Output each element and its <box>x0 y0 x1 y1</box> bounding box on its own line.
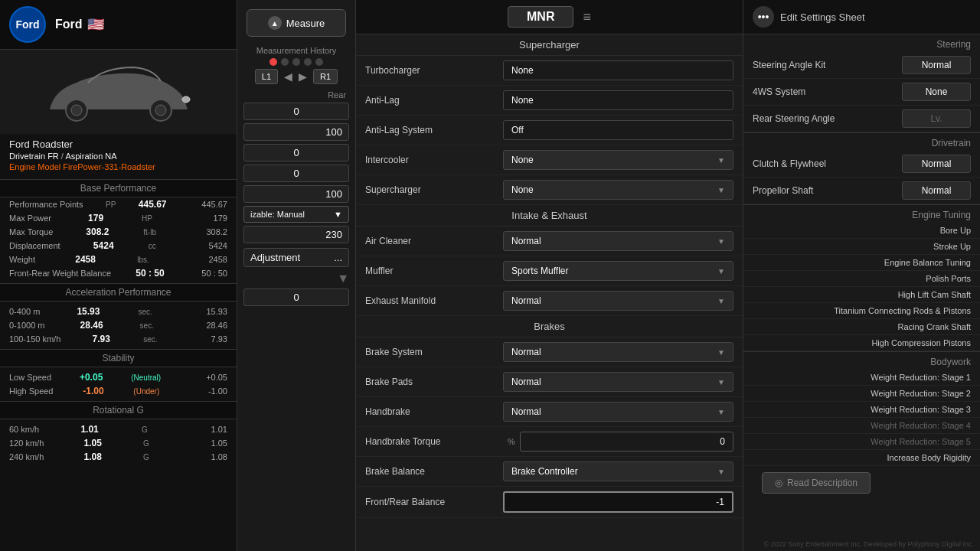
intake-exhaust-section: Intake & Exhaust <box>356 205 743 227</box>
clutch-flywheel-value[interactable]: Normal <box>902 155 971 173</box>
dot-active[interactable] <box>270 58 277 66</box>
dot-4[interactable] <box>315 58 323 66</box>
car-info: Ford Roadster Drivetrain FR / Aspiration… <box>0 134 237 176</box>
rear-steering-label: Rear Steering Angle <box>753 113 835 124</box>
polish-ports-row: Polish Ports <box>743 271 980 287</box>
l1-button[interactable]: L1 <box>255 69 278 84</box>
air-cleaner-row: Air Cleaner Normal ▼ <box>356 227 743 256</box>
polish-ports-label: Polish Ports <box>926 274 971 283</box>
weight-reduction-1-label: Weight Reduction: Stage 1 <box>871 373 971 382</box>
adjustment-row[interactable]: Adjustment ... <box>243 248 349 267</box>
drivetrain-label: Drivetrain <box>9 152 45 161</box>
weight-balance-row: Front-Rear Weight Balance 50 : 50 50 : 5… <box>6 266 230 280</box>
brake-system-value[interactable]: Normal ▼ <box>503 342 733 362</box>
brake-balance-row: Brake Balance Brake Controller ▼ <box>356 457 743 487</box>
brake-balance-arrow: ▼ <box>717 468 725 476</box>
front-rear-balance-label: Front/Rear Balance <box>365 497 503 507</box>
val4-box: 0 <box>243 165 349 182</box>
measure-button[interactable]: ▲ Measure <box>247 9 346 37</box>
car-brand: Ford <box>55 18 83 31</box>
handbrake-value[interactable]: Normal ▼ <box>503 402 733 422</box>
antilag-system-row: Anti-Lag System Off <box>356 116 743 145</box>
brake-pads-row: Brake Pads Normal ▼ <box>356 367 743 397</box>
titanium-rods-label: Titanium Connecting Rods & Pistons <box>834 306 971 315</box>
aspiration-value: NA <box>105 152 116 161</box>
brake-system-arrow: ▼ <box>717 348 725 357</box>
read-description-button[interactable]: ◎ Read Description <box>762 472 871 494</box>
collapse-row: ▼ <box>243 272 349 285</box>
zero400-row: 0-400 m 15.93 sec. 15.93 <box>6 305 230 318</box>
pp-label: Performance Points <box>9 200 83 209</box>
supercharger-arrow: ▼ <box>717 186 725 194</box>
high-lift-cam-label: High Lift Cam Shaft <box>898 290 971 299</box>
collapse-arrow[interactable]: ▼ <box>337 272 349 285</box>
intercooler-arrow: ▼ <box>717 156 725 165</box>
propellor-shaft-value[interactable]: Normal <box>902 181 971 200</box>
dropdown-label: izable: Manual <box>250 210 305 219</box>
increase-body-rigidity-label: Increase Body Rigidity <box>887 453 971 462</box>
muffler-value[interactable]: Sports Muffler ▼ <box>503 261 733 281</box>
brake-pads-value[interactable]: Normal ▼ <box>503 372 733 392</box>
dot-3[interactable] <box>304 58 312 66</box>
bore-up-row: Bore Up <box>743 223 980 239</box>
front-rear-balance-row: Front/Rear Balance -1 ↙ <box>356 487 743 518</box>
bodywork-section-title: Bodywork <box>743 351 980 370</box>
engine-balance-label: Engine Balance Tuning <box>884 258 971 267</box>
air-cleaner-value[interactable]: Normal ▼ <box>503 231 733 251</box>
clutch-flywheel-row: Clutch & Flywheel Normal <box>743 151 980 178</box>
brake-balance-value[interactable]: Brake Controller ▼ <box>503 461 733 481</box>
exhaust-manifold-value[interactable]: Normal ▼ <box>503 291 733 311</box>
high-speed-row: High Speed -1.00 (Under) -1.00 <box>6 384 230 398</box>
stroke-up-row: Stroke Up <box>743 239 980 255</box>
bore-up-label: Bore Up <box>940 226 971 235</box>
stroke-up-label: Stroke Up <box>933 242 971 251</box>
accel-performance-header: Acceleration Performance <box>0 283 237 302</box>
high-compression-row: High Compression Pistons <box>743 335 980 351</box>
supercharger-value[interactable]: None ▼ <box>503 180 733 200</box>
titanium-rods-row: Titanium Connecting Rods & Pistons <box>743 303 980 319</box>
tab-name: MNR <box>508 6 573 28</box>
r1-button[interactable]: R1 <box>313 69 338 84</box>
antilag-value: None <box>503 90 733 110</box>
adjustment-more[interactable]: ... <box>334 252 342 263</box>
brake-balance-label: Brake Balance <box>365 466 503 477</box>
muffler-label: Muffler <box>365 266 503 276</box>
aspiration-label: Aspiration <box>65 152 103 161</box>
rear-steering-row: Rear Steering Angle Lv. <box>743 106 980 132</box>
prev-arrow[interactable]: ◀ <box>284 70 292 83</box>
max-torque-row: Max Torque 308.2 ft-lb 308.2 <box>6 225 230 239</box>
car-image-area <box>0 50 237 134</box>
displacement-row: Displacement 5424 cc 5424 <box>6 239 230 253</box>
antilag-label: Anti-Lag <box>365 95 503 106</box>
four-ws-value[interactable]: None <box>902 83 971 101</box>
svg-point-5 <box>182 96 190 103</box>
rear-steering-value[interactable]: Lv. <box>902 109 971 128</box>
next-arrow[interactable]: ▶ <box>299 70 307 83</box>
copyright: © 2022 Sony Entertainment Inc. Developed… <box>764 540 974 548</box>
front-rear-balance-input[interactable]: -1 <box>503 491 733 513</box>
steering-angle-kit-value[interactable]: Normal <box>902 56 971 74</box>
intercooler-value[interactable]: None ▼ <box>503 150 733 170</box>
menu-icon[interactable]: ≡ <box>583 9 591 25</box>
low-speed-row: Low Speed +0.05 (Neutral) +0.05 <box>6 370 230 384</box>
handbrake-label: Handbrake <box>365 406 503 417</box>
weight-reduction-4-label: Weight Reduction: Stage 4 <box>871 421 971 430</box>
engine-model: FirePower-331-Roadster <box>63 162 155 171</box>
dot-1[interactable] <box>281 58 289 66</box>
turbocharger-value: None <box>503 60 733 80</box>
engine-tuning-section-title: Engine Tuning <box>743 204 980 223</box>
handbrake-torque-unit: % <box>508 437 515 446</box>
read-desc-label: Read Description <box>787 478 858 488</box>
main-panel: MNR ≡ Supercharger Turbocharger None Ant… <box>356 0 743 551</box>
left-panel: Ford Ford 🇺🇸 Ford Roadster Drivetrain FR… <box>0 0 237 551</box>
weight-reduction-1-row: Weight Reduction: Stage 1 <box>743 370 980 386</box>
handbrake-torque-input[interactable]: 0 <box>520 432 733 452</box>
car-specs-line: Drivetrain FR / Aspiration NA <box>9 152 227 161</box>
brake-pads-label: Brake Pads <box>365 377 503 387</box>
val3-box: 0 <box>243 144 349 161</box>
steering-section-title: Steering <box>743 34 980 52</box>
dot-2[interactable] <box>292 58 300 66</box>
pp-secondary: 445.67 <box>189 200 227 209</box>
val7-box: 0 <box>243 289 349 306</box>
manual-dropdown[interactable]: izable: Manual ▼ <box>243 206 349 223</box>
